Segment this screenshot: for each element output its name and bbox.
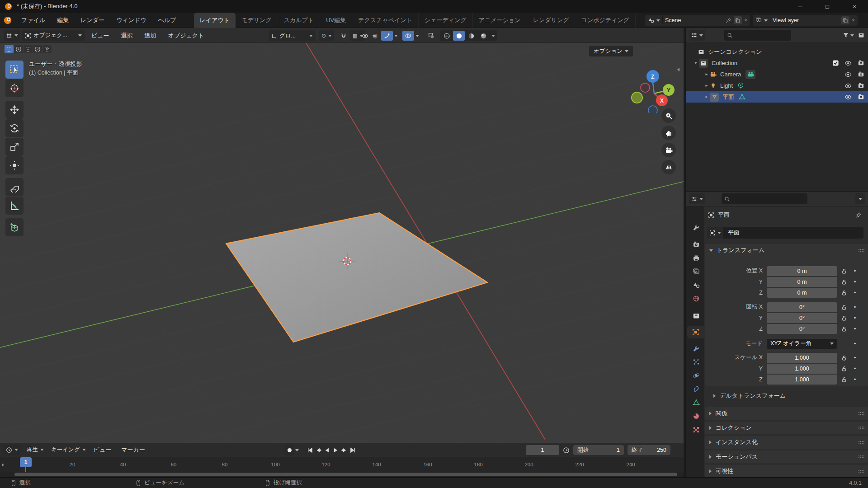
tab-render[interactable]: [688, 238, 704, 251]
scale-x-field[interactable]: 1.000: [767, 353, 837, 363]
panel-collections[interactable]: コレクション: [705, 422, 868, 434]
scale-y-field[interactable]: 1.000: [767, 364, 837, 374]
jump-next-keyframe-button[interactable]: [340, 446, 348, 454]
transform-panel-header[interactable]: トランスフォーム: [705, 244, 868, 257]
visibility-chevron-icon[interactable]: [372, 35, 376, 37]
panel-instancing[interactable]: インスタンス化: [705, 436, 868, 449]
tab-material[interactable]: [688, 410, 704, 422]
object-id-dropdown[interactable]: [707, 227, 723, 239]
expand-icon[interactable]: ►: [703, 72, 710, 76]
timeline-scrollbar-thumb[interactable]: [14, 473, 677, 476]
mode-dropdown[interactable]: オブジェク...: [22, 30, 85, 41]
outliner-row-collection[interactable]: ▼ Collection: [686, 57, 868, 69]
3d-viewport[interactable]: ユーザー・透視投影 (1) Collection | 平面 オプション: [0, 43, 684, 443]
render-camera-icon[interactable]: [854, 82, 867, 89]
workspace-tab-uv[interactable]: UV編集: [320, 13, 352, 28]
panel-visibility[interactable]: 可視性: [705, 465, 868, 478]
gizmo-toggle[interactable]: [381, 31, 393, 41]
viewlayer-selector[interactable]: ViewLayer ×: [753, 15, 858, 26]
tool-rotate[interactable]: [5, 119, 24, 137]
location-y-field[interactable]: 0 m: [767, 277, 837, 287]
xray-toggle[interactable]: [425, 31, 437, 41]
timeline-menu-marker[interactable]: マーカー: [116, 443, 150, 457]
zoom-view-button[interactable]: [661, 108, 676, 123]
minimize-button[interactable]: ─: [787, 0, 814, 13]
close-button[interactable]: ×: [841, 0, 868, 13]
lock-icon[interactable]: [837, 268, 851, 274]
editor-type-button[interactable]: [4, 30, 20, 41]
tab-texture[interactable]: [688, 423, 704, 436]
toggle-ortho-button[interactable]: [661, 160, 676, 174]
playback-menu[interactable]: 再生: [27, 446, 44, 454]
lock-icon[interactable]: [837, 279, 851, 285]
filter-chevron-icon[interactable]: [850, 34, 854, 37]
jump-to-end-button[interactable]: [349, 446, 357, 454]
lock-icon[interactable]: [837, 355, 851, 361]
rotation-x-field[interactable]: 0°: [767, 302, 837, 312]
pan-view-button[interactable]: [661, 126, 676, 140]
viewport-menu-object[interactable]: オブジェクト: [163, 28, 209, 43]
render-camera-icon[interactable]: [854, 71, 867, 78]
tool-measure[interactable]: [5, 197, 24, 215]
exclude-checkbox[interactable]: [829, 60, 842, 66]
use-preview-range-icon[interactable]: [563, 447, 570, 454]
panel-grip-icon[interactable]: [858, 426, 865, 430]
tab-collection[interactable]: [688, 310, 704, 322]
panel-relations[interactable]: 関係: [705, 407, 868, 420]
unlink-scene-icon[interactable]: ×: [744, 17, 747, 23]
hide-eye-icon[interactable]: [842, 82, 854, 89]
tool-move[interactable]: [5, 101, 24, 119]
shading-chevron-icon[interactable]: [491, 35, 495, 37]
workspace-tab-animation[interactable]: アニメーション: [473, 13, 527, 28]
outliner-display-mode-dropdown[interactable]: [689, 30, 705, 41]
rotation-z-field[interactable]: 0°: [767, 324, 837, 334]
expand-icon[interactable]: ▼: [693, 61, 699, 65]
viewport-menu-add[interactable]: 追加: [140, 28, 161, 43]
tab-object-data[interactable]: [688, 396, 704, 409]
menu-render[interactable]: レンダー: [75, 13, 110, 28]
viewlayer-name[interactable]: ViewLayer: [773, 17, 799, 23]
shading-wireframe-button[interactable]: [441, 31, 453, 41]
rotation-mode-dropdown[interactable]: XYZ オイラー角: [767, 339, 837, 349]
workspace-tab-modeling[interactable]: モデリング: [236, 13, 278, 28]
hide-eye-icon[interactable]: [842, 94, 854, 101]
animate-dot-icon[interactable]: •: [851, 340, 859, 347]
scale-z-field[interactable]: 1.000: [767, 375, 837, 385]
play-reverse-button[interactable]: [323, 446, 331, 454]
properties-search-input[interactable]: [722, 193, 807, 204]
animate-dot-icon[interactable]: •: [851, 354, 859, 361]
render-camera-icon[interactable]: [854, 94, 867, 100]
transform-orientation-dropdown[interactable]: グロ...: [269, 30, 316, 41]
keying-chevron-icon[interactable]: [295, 449, 299, 451]
hide-eye-icon[interactable]: [842, 71, 854, 78]
tool-scale[interactable]: [5, 138, 24, 156]
tab-object[interactable]: [687, 326, 704, 338]
scene-chevron-icon[interactable]: [656, 19, 660, 22]
viewport-menu-view[interactable]: ビュー: [86, 28, 114, 43]
animate-dot-icon[interactable]: •: [851, 376, 859, 383]
outliner-row-plane[interactable]: ► 平面: [686, 91, 868, 103]
animate-dot-icon[interactable]: •: [851, 365, 859, 372]
workspace-tab-texturepaint[interactable]: テクスチャペイント: [352, 13, 419, 28]
timeline-ruler[interactable]: 20 40 60 80 100 120 140 160 180 200 220 …: [0, 457, 684, 472]
new-scene-icon[interactable]: [734, 16, 742, 24]
location-z-field[interactable]: 0 m: [767, 288, 837, 298]
workspace-tab-sculpting[interactable]: スカルプト: [278, 13, 321, 28]
menu-window[interactable]: ウィンドウ: [110, 13, 152, 28]
panel-grip-icon[interactable]: [858, 412, 865, 415]
snap-magnet-toggle[interactable]: [338, 31, 349, 41]
tool-select-box[interactable]: [5, 61, 24, 79]
animate-dot-icon[interactable]: •: [851, 325, 859, 332]
panel-grip-icon[interactable]: [858, 441, 865, 444]
tab-output[interactable]: [688, 252, 704, 264]
timeline-menu-view[interactable]: ビュー: [89, 443, 117, 457]
camera-view-button[interactable]: [661, 143, 676, 157]
properties-editor-type-button[interactable]: [689, 193, 705, 204]
lock-icon[interactable]: [837, 366, 851, 372]
rotation-y-field[interactable]: 0°: [767, 313, 837, 323]
workspace-tab-layout[interactable]: レイアウト: [194, 13, 236, 28]
expand-icon[interactable]: ►: [703, 84, 710, 88]
overlays-toggle[interactable]: [402, 31, 414, 41]
timeline-editor-type-button[interactable]: [4, 445, 20, 455]
outliner-label[interactable]: シーンコレクション: [708, 48, 762, 56]
